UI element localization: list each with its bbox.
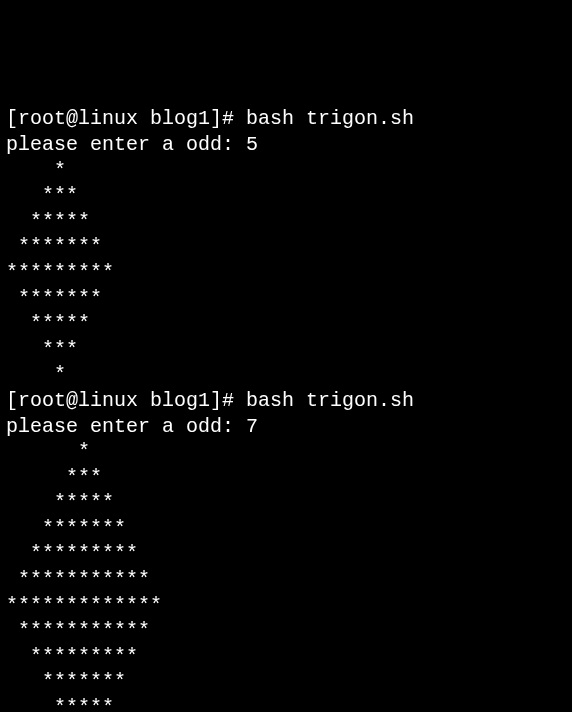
terminal-line: please enter a odd: 5 — [6, 132, 566, 158]
terminal-line: [root@linux blog1]# bash trigon.sh — [6, 106, 566, 132]
terminal-line: ******* — [6, 669, 566, 695]
terminal-line: ********* — [6, 644, 566, 670]
terminal-line: * — [6, 439, 566, 465]
terminal-line: *** — [6, 183, 566, 209]
terminal-line: ***** — [6, 209, 566, 235]
terminal-line: ***** — [6, 490, 566, 516]
terminal-line: * — [6, 362, 566, 388]
terminal-line: *** — [6, 465, 566, 491]
terminal-line: * — [6, 158, 566, 184]
terminal-line: *** — [6, 337, 566, 363]
terminal-line: ******* — [6, 286, 566, 312]
terminal-line: *********** — [6, 567, 566, 593]
terminal-line: ******* — [6, 234, 566, 260]
terminal-line: [root@linux blog1]# bash trigon.sh — [6, 388, 566, 414]
terminal-line: please enter a odd: 7 — [6, 414, 566, 440]
terminal-line: ************* — [6, 593, 566, 619]
terminal-line: ***** — [6, 695, 566, 712]
terminal-line: ********* — [6, 541, 566, 567]
terminal-line: ***** — [6, 311, 566, 337]
terminal-line: ********* — [6, 260, 566, 286]
terminal-output[interactable]: [root@linux blog1]# bash trigon.shplease… — [6, 106, 566, 712]
terminal-line: ******* — [6, 516, 566, 542]
terminal-line: *********** — [6, 618, 566, 644]
